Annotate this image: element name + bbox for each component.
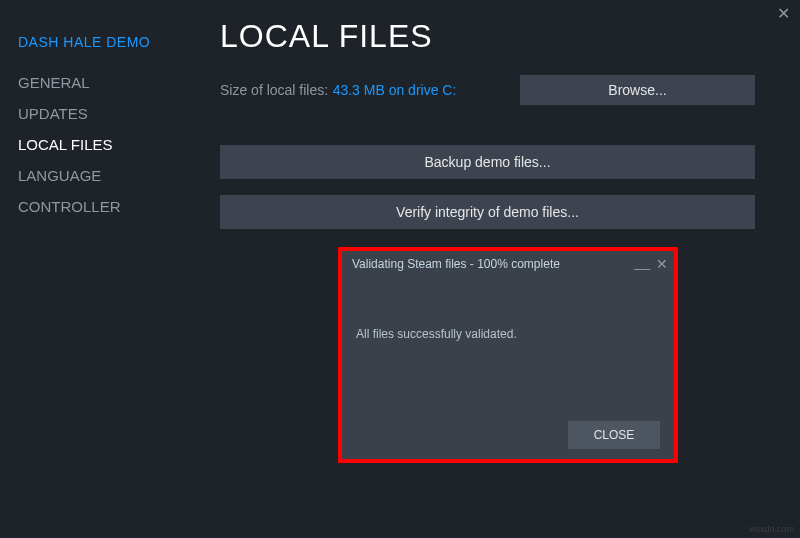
sidebar-item-local-files[interactable]: LOCAL FILES [18,136,200,153]
dialog-title: Validating Steam files - 100% complete [352,257,560,271]
verify-button[interactable]: Verify integrity of demo files... [220,195,755,229]
sidebar-item-language[interactable]: LANGUAGE [18,167,200,184]
sidebar-item-updates[interactable]: UPDATES [18,105,200,122]
dialog-footer: CLOSE [342,411,674,459]
watermark: wsxdn.com [749,524,794,534]
size-row: Size of local files: 43.3 MB on drive C:… [220,75,780,105]
sidebar-item-general[interactable]: GENERAL [18,74,200,91]
sidebar-title[interactable]: DASH HALE DEMO [18,34,200,50]
sidebar: DASH HALE DEMO GENERAL UPDATES LOCAL FIL… [0,0,200,538]
size-label: Size of local files: [220,82,328,98]
backup-button[interactable]: Backup demo files... [220,145,755,179]
dialog-close-icon[interactable]: ✕ [656,256,668,272]
page-title: LOCAL FILES [220,18,780,55]
dialog-body: All files successfully validated. [342,277,674,411]
dialog-close-button[interactable]: CLOSE [568,421,660,449]
dialog-minimize-icon[interactable]: __ [634,254,650,270]
main-panel: LOCAL FILES Size of local files: 43.3 MB… [220,18,780,245]
validation-dialog: Validating Steam files - 100% complete _… [338,247,678,463]
browse-button[interactable]: Browse... [520,75,755,105]
sidebar-item-controller[interactable]: CONTROLLER [18,198,200,215]
size-value: 43.3 MB on drive C: [333,82,457,98]
dialog-titlebar: Validating Steam files - 100% complete _… [342,251,674,277]
